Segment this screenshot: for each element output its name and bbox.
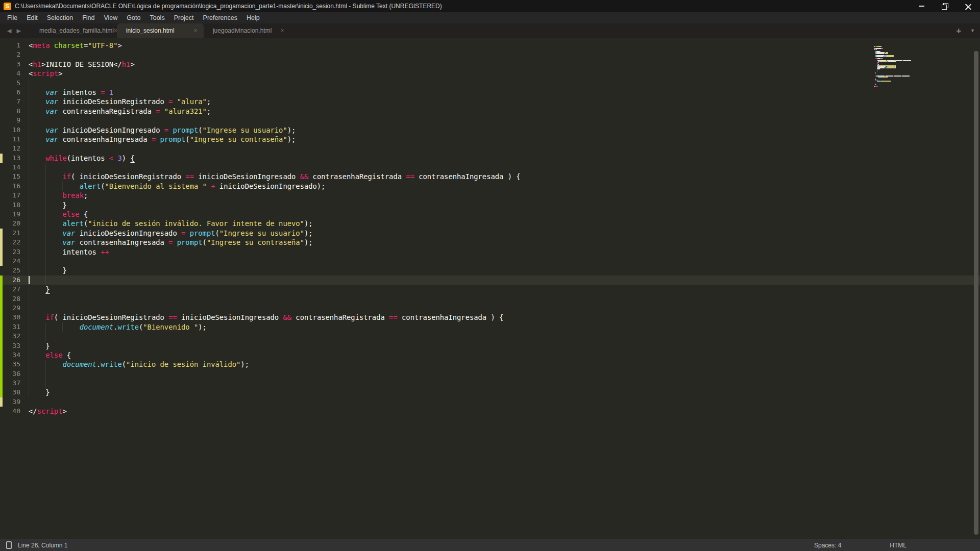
code-line[interactable]: 20alert("inicio de sesión inválido. Favo… [0, 219, 980, 228]
code-line[interactable]: 13while(intentos < 3) { [0, 154, 980, 163]
indent-guide [29, 88, 29, 97]
code-line[interactable]: 2 [0, 50, 980, 59]
code-text: } [29, 201, 67, 210]
menu-item-view[interactable]: View [99, 14, 122, 21]
menu-item-edit[interactable]: Edit [22, 14, 42, 21]
code-line[interactable]: 32 [0, 332, 980, 341]
menu-item-project[interactable]: Project [169, 14, 199, 21]
code-line[interactable]: 33} [0, 341, 980, 350]
line-number: 13 [0, 154, 20, 163]
code-text: var inicioDeSesionIngresado = prompt("In… [29, 126, 296, 135]
text-cursor [29, 276, 30, 284]
tab-label: media_edades_familia.html [39, 27, 114, 34]
line-number: 29 [0, 304, 20, 313]
minimize-button[interactable] [910, 0, 933, 12]
line-number: 8 [0, 107, 20, 116]
code-line[interactable]: 34else { [0, 350, 980, 360]
code-line[interactable]: 1<meta charset="UTF-8"> [0, 41, 980, 50]
gutter-mark-modified-icon [0, 257, 3, 266]
code-line[interactable]: 18} [0, 201, 980, 210]
menu-item-goto[interactable]: Goto [122, 14, 145, 21]
menu-item-tools[interactable]: Tools [145, 14, 169, 21]
line-number: 7 [0, 97, 20, 106]
indent-guide [29, 116, 29, 125]
code-line[interactable]: 9 [0, 116, 980, 125]
code-line[interactable]: 30if( inicioDeSesionRegistrado == inicio… [0, 313, 980, 322]
minimap[interactable] [874, 46, 915, 87]
code-line[interactable]: 7var inicioDeSesionRegistrado = "alura"; [0, 97, 980, 106]
gutter-mark-added-icon [0, 285, 3, 294]
line-number: 9 [0, 116, 20, 125]
code-text: else { [29, 350, 71, 360]
code-line[interactable]: 14 [0, 163, 980, 172]
new-tab-button[interactable]: + [956, 27, 961, 35]
indent-guide [29, 229, 29, 238]
indent-guide [45, 238, 46, 247]
menu-item-selection[interactable]: Selection [42, 14, 78, 21]
cursor-position: Line 26, Column 1 [18, 542, 67, 549]
code-line[interactable]: 24 [0, 257, 980, 266]
code-line[interactable]: 31document.write("Bienvenido "); [0, 322, 980, 332]
nav-back-icon[interactable]: ◀ [5, 28, 13, 34]
code-line[interactable]: 23intentos ++ [0, 247, 980, 257]
code-line[interactable]: 28 [0, 294, 980, 304]
indent-guide [45, 219, 46, 228]
title-bar: C:\Users\mekat\Documents\ORACLE ONE\Lógi… [0, 0, 980, 12]
gutter-mark-added-icon [0, 294, 3, 304]
code-line[interactable]: 6var intentos = 1 [0, 88, 980, 97]
code-line[interactable]: 27} [0, 285, 980, 294]
syntax-name[interactable]: HTML [890, 542, 906, 549]
restore-button[interactable] [933, 0, 957, 12]
tab-overflow-button[interactable]: ▼ [970, 28, 975, 33]
tab-media_edades_familia.html[interactable]: media_edades_familia.html× [30, 23, 117, 38]
indent-guide [29, 341, 29, 350]
code-editor[interactable]: 1<meta charset="UTF-8">23<h1>INICIO DE S… [0, 38, 980, 539]
indent-setting[interactable]: Spaces: 4 [814, 542, 841, 549]
panel-toggle-icon[interactable] [6, 541, 12, 549]
code-line[interactable]: 22var contrasenhaIngresada = prompt("Ing… [0, 238, 980, 247]
code-line[interactable]: 17break; [0, 191, 980, 200]
code-line[interactable]: 29 [0, 304, 980, 313]
menu-item-help[interactable]: Help [242, 14, 264, 21]
line-number: 15 [0, 172, 20, 181]
code-line[interactable]: 5 [0, 79, 980, 88]
code-line[interactable]: 12 [0, 144, 980, 153]
vertical-scrollbar[interactable] [974, 51, 978, 535]
gutter-mark-added-icon [0, 350, 3, 360]
code-line[interactable]: 21var inicioDeSesionIngresado = prompt("… [0, 229, 980, 238]
indent-guide [29, 266, 29, 275]
code-line[interactable]: 40</script> [0, 407, 980, 416]
code-line[interactable]: 16alert("Bienvenido al sistema " + inici… [0, 182, 980, 191]
indent-guide [62, 322, 63, 332]
menu-item-find[interactable]: Find [78, 14, 99, 21]
indent-guide [29, 97, 29, 106]
code-text: if( inicioDeSesionRegistrado == inicioDe… [29, 172, 521, 181]
code-line[interactable]: 38} [0, 388, 980, 397]
nav-forward-icon[interactable]: ▶ [14, 28, 22, 34]
menu-item-file[interactable]: File [3, 14, 22, 21]
code-line[interactable]: 39 [0, 397, 980, 407]
indent-guide [29, 247, 29, 257]
gutter-mark-modified-icon [0, 154, 3, 163]
code-line[interactable]: 36 [0, 369, 980, 379]
code-line[interactable]: 19else { [0, 210, 980, 219]
code-line[interactable]: 35document.write("inicio de sesión invál… [0, 360, 980, 369]
line-number: 6 [0, 88, 20, 97]
code-line[interactable]: 8var contrasenhaRegistrada = "alura321"; [0, 107, 980, 116]
code-line[interactable]: 37 [0, 379, 980, 388]
code-line[interactable]: 10var inicioDeSesionIngresado = prompt("… [0, 126, 980, 135]
tab-close-icon[interactable]: × [278, 27, 286, 34]
tab-inicio_sesion.html[interactable]: inicio_sesion.html× [117, 23, 204, 38]
menu-item-preferences[interactable]: Preferences [199, 14, 242, 21]
indent-guide [29, 163, 29, 172]
code-line[interactable]: 3<h1>INICIO DE SESION</h1> [0, 60, 980, 69]
code-line[interactable]: 26 [0, 276, 980, 285]
tab-juegoadivinacion.html[interactable]: juegoadivinacion.html× [204, 23, 290, 38]
code-line[interactable]: 11var contrasenhaIngresada = prompt("Ing… [0, 135, 980, 144]
code-line[interactable]: 4<script> [0, 69, 980, 78]
tab-close-icon[interactable]: × [191, 27, 200, 34]
code-line[interactable]: 25} [0, 266, 980, 275]
code-line[interactable]: 15if( inicioDeSesionRegistrado == inicio… [0, 172, 980, 181]
code-text: </script> [29, 407, 67, 416]
close-button[interactable] [957, 0, 980, 12]
